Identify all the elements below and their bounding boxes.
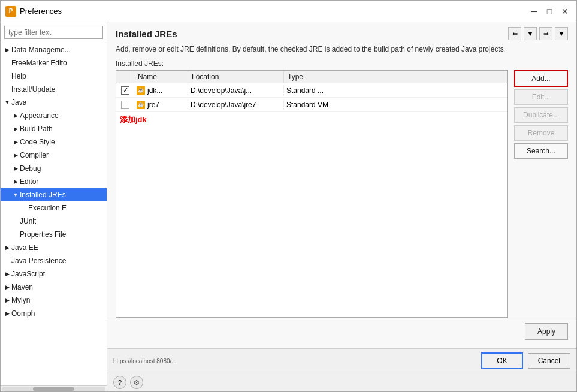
table-row[interactable]: ☕ jre7 D:\develop\Java\jre7 Standard VM xyxy=(116,98,507,112)
jre-table-area: Name Location Type ✓ xyxy=(116,70,568,318)
sidebar-item-freemaker-editor[interactable]: FreeMarker Edito xyxy=(1,56,107,70)
expand-arrow: ▶ xyxy=(3,270,11,278)
content-area: ▶ Data Manageme... FreeMarker Edito Help… xyxy=(1,22,576,391)
jre-icon: ☕ xyxy=(137,101,145,109)
location-column-header[interactable]: Location xyxy=(188,71,284,83)
expand-arrow: ▶ xyxy=(3,283,11,291)
sidebar-item-maven[interactable]: ▶ Maven xyxy=(1,281,107,294)
maximize-button[interactable]: □ xyxy=(543,5,556,18)
expand-arrow: ▶ xyxy=(11,125,20,133)
expand-arrow: ▶ xyxy=(3,46,11,54)
preferences-window: P Preferences ─ □ ✕ ▶ Data Manageme... xyxy=(0,0,577,392)
sidebar-item-mylyn[interactable]: ▶ Mylyn xyxy=(1,294,107,307)
sidebar-item-javascript[interactable]: ▶ JavaScript xyxy=(1,267,107,281)
cancel-button[interactable]: Cancel xyxy=(528,353,570,369)
ok-button[interactable]: OK xyxy=(481,352,522,369)
row-checkbox[interactable]: ✓ xyxy=(116,86,134,95)
sidebar-item-label: Mylyn xyxy=(11,296,30,304)
sidebar-item-label: Debug xyxy=(20,164,41,173)
scrollbar-track xyxy=(2,387,105,391)
edit-button[interactable]: Edit... xyxy=(514,89,568,105)
app-icon: P xyxy=(5,6,16,17)
sidebar-item-install-update[interactable]: Install/Update xyxy=(1,83,107,96)
jre-action-buttons: Add... Edit... Duplicate... Remove Searc… xyxy=(514,70,568,318)
sidebar-item-label: Build Path xyxy=(20,125,53,133)
window-title: Preferences xyxy=(20,7,527,16)
sidebar-item-installed-jres[interactable]: ▼ Installed JREs xyxy=(1,188,107,201)
table-body: ✓ ☕ jdk... D:\develop\Java\j... Standard… xyxy=(116,83,507,317)
sidebar-item-java[interactable]: ▼ Java xyxy=(1,96,107,109)
add-button[interactable]: Add... xyxy=(514,70,568,87)
expand-arrow: ▶ xyxy=(3,243,11,252)
filter-input[interactable] xyxy=(4,26,103,39)
sidebar-item-label: Help xyxy=(11,72,26,80)
sidebar-item-build-path[interactable]: ▶ Build Path xyxy=(1,122,107,135)
row-location-cell: D:\develop\Java\j... xyxy=(188,85,284,96)
expand-arrow: ▼ xyxy=(3,98,11,107)
row-checkbox[interactable] xyxy=(116,101,134,109)
window-controls: ─ □ ✕ xyxy=(527,5,572,18)
sidebar-item-help[interactable]: Help xyxy=(1,70,107,83)
title-bar: P Preferences ─ □ ✕ xyxy=(1,1,576,22)
duplicate-button[interactable]: Duplicate... xyxy=(514,107,568,123)
footer: ? ⚙ xyxy=(107,373,576,391)
sidebar-item-label: Data Manageme... xyxy=(11,46,71,54)
expand-arrow xyxy=(3,72,11,80)
main-toolbar: ⇐ ▼ ⇒ ▼ xyxy=(508,27,568,40)
sidebar: ▶ Data Manageme... FreeMarker Edito Help… xyxy=(1,22,107,391)
expand-arrow: ▶ xyxy=(11,177,20,186)
expand-arrow: ▶ xyxy=(11,111,20,120)
help-icon[interactable]: ? xyxy=(113,376,126,389)
footer-link: https://localhost:8080/... xyxy=(113,358,476,364)
jre-name: jdk... xyxy=(147,86,162,95)
type-column-header[interactable]: Type xyxy=(284,71,507,83)
close-button[interactable]: ✕ xyxy=(558,5,572,18)
sidebar-item-label: FreeMarker Edito xyxy=(11,59,67,67)
search-button[interactable]: Search... xyxy=(514,143,568,159)
sidebar-tree: ▶ Data Manageme... FreeMarker Edito Help… xyxy=(1,43,107,385)
sidebar-item-execution-e[interactable]: Execution E xyxy=(1,201,107,215)
row-type-cell: Standard ... xyxy=(284,85,507,96)
sidebar-item-appearance[interactable]: ▶ Appearance xyxy=(1,109,107,122)
minimize-button[interactable]: ─ xyxy=(527,5,540,18)
page-title: Installed JREs xyxy=(116,29,177,39)
apply-button[interactable]: Apply xyxy=(525,323,568,340)
sidebar-item-compiler[interactable]: ▶ Compiler xyxy=(1,149,107,162)
expand-arrow: ▶ xyxy=(3,309,11,318)
dropdown-button[interactable]: ▼ xyxy=(524,27,537,40)
sidebar-item-java-persistence[interactable]: Java Persistence xyxy=(1,254,107,267)
sidebar-item-editor[interactable]: ▶ Editor xyxy=(1,175,107,188)
sidebar-item-label: Editor xyxy=(20,177,38,186)
sidebar-item-label: Appearance xyxy=(20,111,59,120)
forward-button[interactable]: ⇒ xyxy=(539,27,552,40)
name-column-header[interactable]: Name xyxy=(134,71,188,83)
sidebar-item-label: Installed JREs xyxy=(20,191,66,199)
sidebar-item-label: Java EE xyxy=(11,243,38,252)
main-panel: Installed JREs ⇐ ▼ ⇒ ▼ Add, remove or ed… xyxy=(107,22,576,391)
checkbox-checked-icon: ✓ xyxy=(121,86,129,95)
row-type-cell: Standard VM xyxy=(284,99,507,110)
sidebar-item-label: Execution E xyxy=(28,204,67,212)
sidebar-item-data-management[interactable]: ▶ Data Manageme... xyxy=(1,43,107,56)
jre-name: jre7 xyxy=(147,101,159,109)
sidebar-scrollbar[interactable] xyxy=(1,385,107,391)
sidebar-item-debug[interactable]: ▶ Debug xyxy=(1,162,107,175)
remove-button[interactable]: Remove xyxy=(514,125,568,141)
sidebar-item-properties-file[interactable]: Properties File xyxy=(1,228,107,241)
settings-icon[interactable]: ⚙ xyxy=(130,376,143,389)
sidebar-item-java-ee[interactable]: ▶ Java EE xyxy=(1,241,107,254)
dropdown2-button[interactable]: ▼ xyxy=(555,27,568,40)
expand-arrow xyxy=(11,230,20,239)
sidebar-item-label: Install/Update xyxy=(11,85,55,94)
jre-table: Name Location Type ✓ xyxy=(116,70,508,318)
expand-arrow xyxy=(3,257,11,265)
sidebar-item-junit[interactable]: JUnit xyxy=(1,215,107,228)
sidebar-item-label: Java xyxy=(11,98,26,107)
back-button[interactable]: ⇐ xyxy=(508,27,521,40)
scrollbar-thumb xyxy=(33,387,74,391)
sidebar-item-code-style[interactable]: ▶ Code Style xyxy=(1,135,107,149)
sidebar-item-oomph[interactable]: ▶ Oomph xyxy=(1,307,107,320)
table-row[interactable]: ✓ ☕ jdk... D:\develop\Java\j... Standard… xyxy=(116,83,507,98)
sidebar-item-label: JUnit xyxy=(20,217,36,225)
expand-arrow xyxy=(20,204,28,212)
